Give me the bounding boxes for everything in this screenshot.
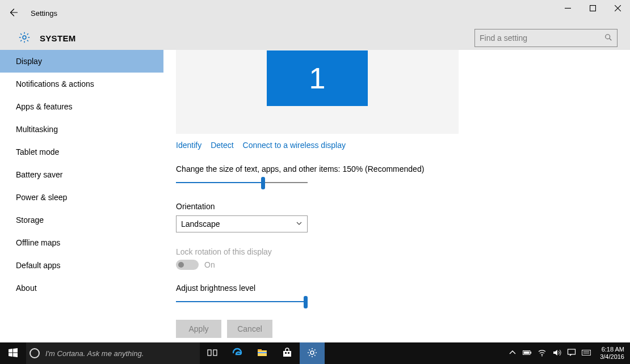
- orientation-value: Landscape: [181, 219, 220, 228]
- tray-chevron-up-icon[interactable]: [508, 348, 517, 359]
- sidebar-item-storage[interactable]: Storage: [0, 209, 163, 231]
- sidebar-item-label: Display: [16, 57, 42, 66]
- lock-rotation-label: Lock rotation of this display: [176, 247, 630, 256]
- slider-fill: [176, 301, 306, 302]
- monitor-tile[interactable]: 1: [267, 50, 368, 106]
- window-title: Settings: [31, 9, 57, 18]
- sidebar-item-label: Multitasking: [16, 125, 58, 134]
- maximize-icon: [590, 4, 596, 13]
- maximize-button[interactable]: [580, 0, 605, 17]
- svg-point-13: [310, 351, 314, 354]
- slider-thumb[interactable]: [261, 177, 265, 189]
- sidebar-item-display[interactable]: Display: [0, 50, 163, 73]
- system-tray: 6:18 AM 3/4/2016: [508, 342, 630, 364]
- svg-rect-12: [288, 352, 289, 354]
- svg-rect-16: [524, 351, 530, 353]
- scale-slider[interactable]: [176, 178, 308, 188]
- svg-rect-10: [283, 351, 291, 357]
- content: 1 Identify Detect Connect to a wireless …: [163, 50, 630, 330]
- taskbar-app-edge[interactable]: [225, 342, 250, 364]
- apply-label: Apply: [188, 324, 208, 333]
- orientation-dropdown[interactable]: Landscape: [176, 215, 308, 232]
- search-icon: [604, 33, 612, 43]
- lock-rotation-state: On: [204, 260, 215, 269]
- svg-point-3: [606, 34, 610, 39]
- brightness-label: Adjust brightness level: [176, 283, 630, 293]
- minimize-icon: [565, 4, 571, 13]
- store-icon: [282, 347, 293, 360]
- clock[interactable]: 6:18 AM 3/4/2016: [597, 346, 624, 361]
- svg-rect-8: [258, 349, 262, 351]
- wifi-icon[interactable]: [537, 348, 547, 359]
- svg-point-17: [541, 355, 543, 356]
- search-input[interactable]: [480, 33, 604, 43]
- sidebar-item-multitasking[interactable]: Multitasking: [0, 118, 163, 141]
- keyboard-icon[interactable]: [582, 348, 591, 359]
- toggle-knob: [178, 262, 184, 268]
- slider-fill: [176, 182, 263, 183]
- close-button[interactable]: [605, 0, 630, 17]
- monitor-number: 1: [309, 61, 326, 95]
- sidebar-item-label: Storage: [16, 215, 44, 225]
- minimize-button[interactable]: [555, 0, 580, 17]
- edge-icon: [232, 347, 243, 360]
- cortana-placeholder: I'm Cortana. Ask me anything.: [45, 349, 144, 358]
- sidebar-item-label: Battery saver: [16, 170, 62, 179]
- main: Display Notifications & actions Apps & f…: [0, 50, 630, 330]
- orientation-label: Orientation: [176, 202, 630, 211]
- lock-rotation-toggle[interactable]: [176, 260, 199, 270]
- svg-rect-6: [213, 350, 217, 355]
- back-button[interactable]: [0, 0, 26, 26]
- folder-icon: [257, 347, 268, 360]
- svg-rect-1: [590, 6, 595, 11]
- titlebar: Settings: [0, 0, 630, 26]
- brightness-slider[interactable]: [176, 297, 308, 307]
- search-box[interactable]: [474, 29, 618, 47]
- task-view-button[interactable]: [200, 342, 225, 364]
- volume-icon[interactable]: [552, 348, 561, 359]
- task-view-icon: [207, 347, 218, 360]
- scale-label: Change the size of text, apps, and other…: [176, 164, 630, 173]
- svg-rect-5: [208, 350, 211, 355]
- close-icon: [615, 4, 621, 13]
- cortana-search[interactable]: I'm Cortana. Ask me anything.: [26, 342, 200, 364]
- sidebar-item-label: Power & sleep: [16, 193, 67, 202]
- clock-time: 6:18 AM: [600, 346, 624, 353]
- clock-date: 3/4/2016: [600, 353, 624, 361]
- svg-rect-11: [285, 352, 287, 354]
- wireless-display-link[interactable]: Connect to a wireless display: [243, 141, 346, 150]
- action-center-icon[interactable]: [567, 348, 576, 359]
- cancel-button[interactable]: Cancel: [227, 320, 272, 338]
- sidebar-item-battery[interactable]: Battery saver: [0, 163, 163, 186]
- sidebar-item-label: Tablet mode: [16, 147, 59, 156]
- sidebar-item-tablet-mode[interactable]: Tablet mode: [0, 141, 163, 163]
- window-controls: [555, 0, 630, 17]
- cortana-icon: [30, 348, 40, 358]
- sidebar-item-label: Default apps: [16, 261, 61, 270]
- battery-icon[interactable]: [523, 348, 532, 359]
- sidebar-item-apps[interactable]: Apps & features: [0, 95, 163, 118]
- sidebar-item-default-apps[interactable]: Default apps: [0, 254, 163, 277]
- taskbar-app-settings[interactable]: [300, 342, 325, 364]
- sidebar-item-about[interactable]: About: [0, 277, 163, 299]
- taskbar-app-store[interactable]: [275, 342, 300, 364]
- sidebar-item-notifications[interactable]: Notifications & actions: [0, 73, 163, 95]
- identify-link[interactable]: Identify: [176, 141, 201, 150]
- sidebar-item-label: About: [16, 283, 37, 293]
- chevron-down-icon: [296, 219, 303, 228]
- start-button[interactable]: [0, 342, 26, 364]
- display-links: Identify Detect Connect to a wireless di…: [176, 141, 630, 150]
- display-preview: 1: [176, 50, 459, 134]
- svg-rect-18: [568, 349, 576, 354]
- detect-link[interactable]: Detect: [211, 141, 233, 150]
- slider-thumb[interactable]: [304, 296, 308, 308]
- cancel-label: Cancel: [237, 324, 262, 333]
- arrow-left-icon: [8, 7, 18, 19]
- svg-rect-15: [531, 352, 532, 354]
- taskbar-app-explorer[interactable]: [250, 342, 275, 364]
- sidebar-item-offline-maps[interactable]: Offline maps: [0, 231, 163, 254]
- sidebar-item-power[interactable]: Power & sleep: [0, 186, 163, 209]
- page-title: SYSTEM: [40, 33, 75, 43]
- apply-button[interactable]: Apply: [176, 320, 221, 338]
- header: SYSTEM: [0, 26, 630, 50]
